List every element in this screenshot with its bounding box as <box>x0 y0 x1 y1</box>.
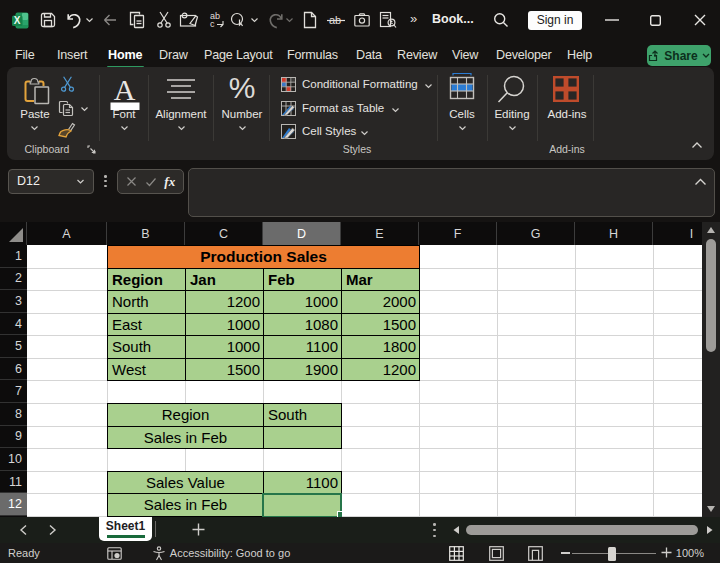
svg-text:A: A <box>114 75 136 106</box>
svg-text:c: c <box>210 19 215 29</box>
svg-text:X: X <box>14 15 21 26</box>
